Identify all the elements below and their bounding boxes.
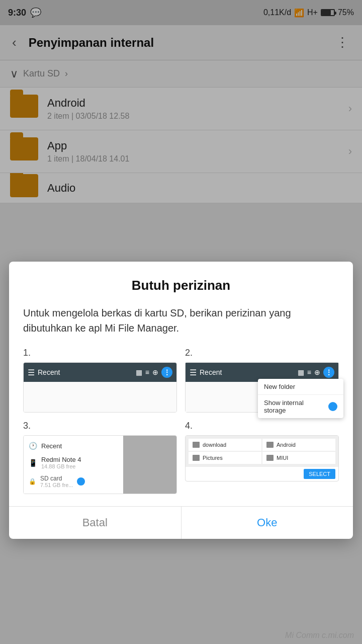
mock-dropdown-show-internal: Show internal storage — [258, 395, 343, 418]
mock-folder-android: Android — [262, 439, 335, 451]
mock-hamburger-icon: ☰ — [28, 368, 35, 377]
dialog-title: Butuh perizinan — [23, 278, 339, 293]
step-2-mockup: ☰ Recent ▦ ≡ ⊕ ⋮ New folder Show interna… — [185, 362, 339, 413]
mock-dropdown-dot — [328, 402, 337, 411]
folder-sm-icon — [266, 455, 274, 461]
mock-sort-icon-2: ⊕ — [314, 368, 320, 376]
ok-button[interactable]: Oke — [182, 507, 353, 539]
mock-list-icon-2: ≡ — [307, 368, 311, 376]
step-3-mockup: 🕐 Recent 📱 Redmi Note 4 14.88 GB free 🔒 — [23, 435, 177, 494]
dialog-buttons: Batal Oke — [9, 506, 353, 539]
step-4-number: 4. — [185, 421, 339, 431]
mock-device-name: Redmi Note 4 — [41, 456, 81, 463]
mock-more-icon: ⋮ — [161, 367, 172, 378]
step-3-number: 3. — [23, 421, 177, 431]
mock-toolbar-1: ☰ Recent ▦ ≡ ⊕ ⋮ — [24, 363, 176, 382]
mock-gray-overlay — [123, 436, 176, 494]
mock-device-free: 14.88 GB free — [41, 463, 81, 469]
mock-body-1 — [24, 382, 176, 412]
mock-list-icon: ≡ — [145, 368, 149, 376]
mock-folder-download: download — [189, 439, 261, 451]
mock-title-1: Recent — [38, 368, 133, 376]
step-1-mockup: ☰ Recent ▦ ≡ ⊕ ⋮ — [23, 362, 177, 413]
clock-icon: 🕐 — [29, 442, 37, 450]
step-2-number: 2. — [185, 348, 339, 358]
mock-sd-dot — [77, 477, 85, 486]
permission-dialog: Butuh perizinan Untuk mengelola berkas d… — [9, 262, 353, 539]
mock-hamburger-icon-2: ☰ — [190, 368, 197, 377]
step-4: 4. download Android Pictures — [185, 421, 339, 494]
mock-grid-icon: ▦ — [136, 368, 142, 376]
mock-sd-name: SD card — [40, 475, 73, 482]
step-4-mockup: download Android Pictures MIUI — [185, 435, 339, 481]
mock-folder-miui: MIUI — [262, 452, 335, 464]
mock-more-icon-2: ⋮ — [323, 367, 334, 378]
mock-title-2: Recent — [200, 368, 295, 376]
mock-select-button: SELECT — [304, 469, 335, 479]
mock-sd-free: 7.51 GB fre... — [40, 482, 73, 488]
step-2: 2. ☰ Recent ▦ ≡ ⊕ ⋮ New folder Show inte… — [185, 348, 339, 413]
step-1: 1. ☰ Recent ▦ ≡ ⊕ ⋮ — [23, 348, 177, 413]
mock-dropdown: New folder Show internal storage — [258, 379, 343, 418]
cancel-button[interactable]: Batal — [9, 507, 182, 539]
folder-sm-icon — [266, 442, 274, 448]
folder-sm-icon — [193, 455, 200, 461]
phone-icon: 📱 — [29, 459, 37, 467]
mock-grid-icon-2: ▦ — [298, 368, 304, 376]
dialog-body: Untuk mengelola berkas di kartu SD, beri… — [23, 305, 339, 336]
lock-icon: 🔒 — [29, 478, 36, 485]
mock-sort-icon: ⊕ — [152, 368, 158, 376]
steps-grid: 1. ☰ Recent ▦ ≡ ⊕ ⋮ 2. ☰ Recent — [23, 348, 339, 494]
folder-sm-icon — [193, 442, 200, 448]
mock-folder-pictures: Pictures — [189, 452, 261, 464]
step-1-number: 1. — [23, 348, 177, 358]
mock-sidebar-recent-label: Recent — [41, 442, 62, 450]
mock-folders-grid: download Android Pictures MIUI — [186, 436, 338, 467]
step-3: 3. 🕐 Recent 📱 Redmi Note 4 14.88 GB free — [23, 421, 177, 494]
mock-dropdown-new-folder: New folder — [258, 379, 343, 395]
